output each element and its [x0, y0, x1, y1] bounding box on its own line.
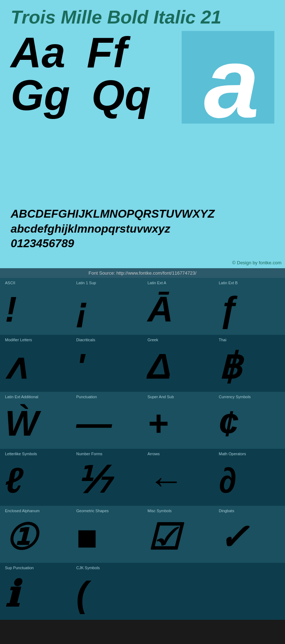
- glyph-cell: Sup Punctuationℹ: [0, 563, 71, 620]
- hero-letter-container: a: [182, 31, 274, 124]
- glyph-char: ¡: [76, 286, 88, 332]
- glyph-char: ℹ: [5, 571, 19, 617]
- glyph-cell: Latin Ext Bƒ: [214, 278, 285, 335]
- glyph-cell: Currency Symbols¢: [214, 392, 285, 449]
- glyph-label: Number Forms: [76, 452, 102, 456]
- glyph-char: !: [5, 286, 17, 332]
- letter-Gg: Gg: [11, 74, 70, 116]
- glyph-label: Latin Ext Additional: [5, 395, 38, 399]
- glyph-cell: Number Forms⅐: [71, 449, 142, 506]
- glyph-cell: Math Operators∂: [214, 449, 285, 506]
- glyph-char: ■: [76, 514, 98, 560]
- alphabet-lower: abcdefghijklmnopqrstuvwxyz: [11, 222, 274, 237]
- alphabet-section: ABCDEFGHIJKLMNOPQRSTUVWXYZ abcdefghijklm…: [0, 199, 285, 258]
- glyph-char: ฿: [219, 343, 242, 389]
- glyph-label: Arrows: [147, 452, 160, 456]
- glyphs-section: ASCII!Latin 1 Sup¡Latin Ext AĀLatin Ext …: [0, 278, 285, 620]
- glyph-cell: Latin Ext AdditionalẀ: [0, 392, 71, 449]
- glyph-char: Δ: [147, 343, 171, 389]
- letter-Aa: Aa: [11, 31, 65, 74]
- glyph-label: Diacriticals: [76, 338, 95, 342]
- glyph-label: Latin Ext A: [147, 281, 166, 285]
- glyph-label: Latin 1 Sup: [76, 281, 96, 285]
- glyph-char: ƒ: [219, 286, 239, 332]
- glyph-cell: Super And Sub+: [142, 392, 214, 449]
- header-section: Trois Mille Bold Italic 21 Aa Ff Gg Qq a: [0, 0, 285, 199]
- glyph-char: ⅐: [76, 457, 111, 503]
- glyph-cell: Geometric Shapes■: [71, 506, 142, 563]
- glyph-char: ☑: [147, 514, 180, 560]
- glyph-label: Latin Ext B: [219, 281, 238, 285]
- glyph-cell: Dingbats✓: [214, 506, 285, 563]
- letter-row-1: Aa Ff: [11, 31, 182, 74]
- glyph-cell: [142, 563, 214, 620]
- glyph-label: Thai: [219, 338, 226, 342]
- glyph-cell: Letterlike Symbolsℓ: [0, 449, 71, 506]
- glyph-label: Enclosed Alphanum: [5, 509, 40, 513]
- glyph-label: Geometric Shapes: [76, 509, 109, 513]
- glyph-char: ℓ: [5, 457, 24, 503]
- glyph-label: ASCII: [5, 281, 15, 285]
- glyph-cell: GreekΔ: [142, 335, 214, 392]
- glyph-char: (: [76, 571, 88, 617]
- glyph-label: Dingbats: [219, 509, 234, 513]
- glyph-cell: Latin Ext AĀ: [142, 278, 214, 335]
- glyph-cell: Enclosed Alphanum①: [0, 506, 71, 563]
- glyph-cell: ASCII!: [0, 278, 71, 335]
- glyph-label: Math Operators: [219, 452, 246, 456]
- glyph-cell: Arrows←: [142, 449, 214, 506]
- credit-line: © Design by fontke.com: [0, 258, 285, 268]
- glyph-char: ʌ: [5, 343, 26, 389]
- glyph-char: ¢: [219, 400, 239, 446]
- glyph-cell: Misc Symbols☑: [142, 506, 214, 563]
- letter-Ff: Ff: [87, 31, 127, 74]
- specimen-area: Aa Ff Gg Qq a: [11, 31, 274, 124]
- glyph-char: —: [76, 400, 112, 446]
- letter-pairs: Aa Ff Gg Qq: [11, 31, 182, 116]
- glyph-char: ←: [147, 457, 183, 503]
- glyph-label: Sup Punctuation: [5, 566, 34, 570]
- glyph-label: Letterlike Symbols: [5, 452, 37, 456]
- source-bar: Font Source: http://www.fontke.com/font/…: [0, 268, 285, 278]
- glyph-cell: Diacriticals': [71, 335, 142, 392]
- glyph-label: Punctuation: [76, 395, 97, 399]
- alphabet-upper: ABCDEFGHIJKLMNOPQRSTUVWXYZ: [11, 207, 274, 222]
- glyph-cell: Thai฿: [214, 335, 285, 392]
- glyph-label: Currency Symbols: [219, 395, 251, 399]
- glyph-cell: CJK Symbols(: [71, 563, 142, 620]
- font-title: Trois Mille Bold Italic 21: [11, 7, 274, 27]
- glyph-char: ①: [5, 514, 37, 560]
- glyph-cell: Punctuation—: [71, 392, 142, 449]
- glyph-char: +: [147, 400, 168, 446]
- glyph-label: Greek: [147, 338, 158, 342]
- alphabet-digits: 0123456789: [11, 236, 274, 251]
- glyph-cell: Modifier Lettersʌ: [0, 335, 71, 392]
- glyph-char: Ā: [147, 286, 173, 332]
- letter-row-2: Gg Qq: [11, 74, 182, 116]
- glyph-char: ': [76, 343, 85, 389]
- letter-Qq: Qq: [92, 74, 151, 116]
- glyph-label: Super And Sub: [147, 395, 174, 399]
- glyph-cell: [214, 563, 285, 620]
- glyph-char: ∂: [219, 457, 236, 503]
- glyph-label: CJK Symbols: [76, 566, 100, 570]
- glyph-label: Misc Symbols: [147, 509, 172, 513]
- hero-letter: a: [204, 33, 259, 124]
- glyph-label: Modifier Letters: [5, 338, 32, 342]
- glyph-char: Ẁ: [5, 400, 38, 446]
- glyph-char: ✓: [219, 514, 249, 560]
- glyph-cell: Latin 1 Sup¡: [71, 278, 142, 335]
